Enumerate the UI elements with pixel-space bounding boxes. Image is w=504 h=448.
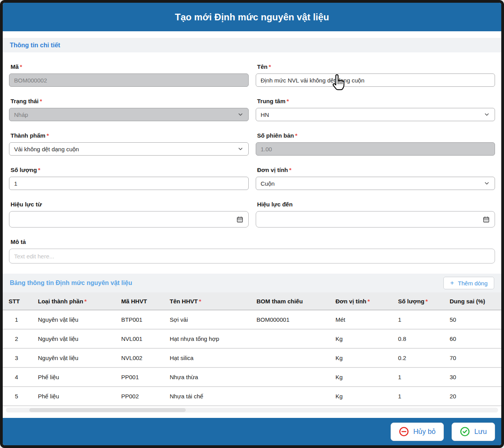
col-don-vi-tinh: Đơn vị tính* <box>330 292 393 310</box>
required-marker: * <box>269 63 271 70</box>
save-label: Lưu <box>474 428 487 436</box>
modal-title: Tạo mới Định mức nguyên vật liệu <box>175 12 329 23</box>
so-phien-ban-label: Số phiên bản* <box>257 132 495 139</box>
cell-stt: 4 <box>3 367 32 387</box>
field-thanh-pham: Thành phẩm* Vải không dệt dạng cuộn <box>9 121 249 156</box>
cell-loai-thanh-phan: Phế liệu <box>32 387 116 406</box>
hieu-luc-tu-label: Hiệu lực từ <box>11 201 249 208</box>
cancel-button[interactable]: Hủy bỏ <box>391 423 444 441</box>
field-hieu-luc-den: Hiệu lực đến <box>256 190 495 228</box>
horizontal-scrollbar[interactable] <box>6 408 498 412</box>
cell-stt: 3 <box>3 348 32 367</box>
hieu-luc-tu-datepicker[interactable] <box>9 211 249 228</box>
cell-ten-hhvt: Nhựa tái chế <box>164 387 251 406</box>
cell-ten-hhvt: Nhựa thừa <box>164 367 251 387</box>
don-vi-tinh-value: Cuộn <box>261 180 275 187</box>
thanh-pham-label: Thành phẩm* <box>11 132 249 139</box>
cell-loai-thanh-phan: Nguyên vật liệu <box>32 310 116 329</box>
col-so-luong: Số lượng* <box>393 292 444 310</box>
col-ten-hhvt: Tên HHVT* <box>164 292 251 310</box>
table-row[interactable]: 1 Nguyên vật liệu BTP001 Sợi vải BOM0000… <box>3 310 501 329</box>
cell-stt: 1 <box>3 310 32 329</box>
field-so-luong: Số lượng* <box>9 156 249 190</box>
required-marker: * <box>368 298 370 305</box>
thanh-pham-select[interactable]: Vải không dệt dạng cuộn <box>9 142 249 156</box>
mo-ta-input[interactable] <box>9 249 495 263</box>
modal-footer: Hủy bỏ Lưu <box>3 418 501 445</box>
col-ma-hhvt: Mã HHVT <box>116 292 164 310</box>
required-marker: * <box>84 298 87 305</box>
hieu-luc-den-datepicker[interactable] <box>256 211 495 228</box>
cell-stt: 2 <box>3 329 32 348</box>
calendar-icon[interactable] <box>482 216 490 223</box>
trung-tam-select[interactable]: HN <box>256 108 495 121</box>
required-marker: * <box>425 298 428 305</box>
table-header-row: STT Loại thành phần* Mã HHVT Tên HHVT* B… <box>3 292 501 310</box>
ma-input[interactable] <box>9 73 249 87</box>
scrollbar-thumb[interactable] <box>29 408 186 412</box>
calendar-icon[interactable] <box>236 216 244 223</box>
cell-so-luong: 1 <box>393 310 444 329</box>
trang-thai-select[interactable]: Nháp <box>9 108 249 121</box>
table-row[interactable]: 5 Phế liệu PP002 Nhựa tái chế Kg 1 20 <box>3 387 501 406</box>
create-bom-modal: Tạo mới Định mức nguyên vật liệu Thông t… <box>0 0 504 448</box>
ten-label: Tên* <box>257 63 495 70</box>
plus-icon: + <box>450 279 454 287</box>
add-row-label: Thêm dòng <box>458 280 488 287</box>
don-vi-tinh-select[interactable]: Cuộn <box>256 177 495 190</box>
don-vi-tinh-label: Đơn vị tính* <box>257 167 495 173</box>
col-stt: STT <box>3 292 32 310</box>
required-marker: * <box>289 167 292 173</box>
required-marker: * <box>47 132 49 139</box>
ten-input[interactable] <box>256 73 495 87</box>
section-details-title: Thông tin chi tiết <box>10 42 60 49</box>
cancel-label: Hủy bỏ <box>413 428 436 436</box>
cell-bom-tham-chieu <box>251 329 330 348</box>
cell-ma-hhvt: PP001 <box>116 367 164 387</box>
cell-dung-sai: 70 <box>444 348 501 367</box>
add-row-button[interactable]: + Thêm dòng <box>443 277 494 289</box>
col-loai-thanh-phan: Loại thành phần* <box>32 292 116 310</box>
field-so-phien-ban: Số phiên bản* <box>256 121 495 156</box>
cell-stt: 5 <box>3 387 32 406</box>
cell-don-vi-tinh: Kg <box>330 367 393 387</box>
cell-ten-hhvt: Hạt silica <box>164 348 251 367</box>
cell-so-luong: 1 <box>393 367 444 387</box>
required-marker: * <box>295 132 298 139</box>
minus-circle-icon <box>399 426 409 437</box>
section-bom-table-title: Bảng thông tin Định mức nguyên vật liệu <box>10 280 132 287</box>
table-row[interactable]: 2 Nguyên vật liệu NVL001 Hạt nhựa tổng h… <box>3 329 501 348</box>
bom-table: STT Loại thành phần* Mã HHVT Tên HHVT* B… <box>3 292 501 406</box>
table-row[interactable]: 4 Phế liệu PP001 Nhựa thừa Kg 1 30 <box>3 367 501 387</box>
so-luong-label: Số lượng* <box>11 167 249 173</box>
chevron-down-icon <box>484 111 490 118</box>
so-luong-input[interactable] <box>9 177 249 190</box>
cell-don-vi-tinh: Kg <box>330 329 393 348</box>
cell-dung-sai: 30 <box>444 367 501 387</box>
col-dung-sai: Dung sai (%) <box>444 292 501 310</box>
cell-ma-hhvt: NVL002 <box>116 348 164 367</box>
cell-bom-tham-chieu <box>251 348 330 367</box>
modal-titlebar: Tạo mới Định mức nguyên vật liệu <box>3 3 501 31</box>
required-marker: * <box>20 63 22 70</box>
cell-bom-tham-chieu: BOM000001 <box>251 310 330 329</box>
cell-loai-thanh-phan: Phế liệu <box>32 367 116 387</box>
cell-bom-tham-chieu <box>251 387 330 406</box>
ma-label: Mã* <box>11 63 249 70</box>
cell-so-luong: 0.2 <box>393 348 444 367</box>
cell-ten-hhvt: Hạt nhựa tổng hợp <box>164 329 251 348</box>
cell-ten-hhvt: Sợi vải <box>164 310 251 329</box>
save-button[interactable]: Lưu <box>452 423 495 441</box>
cell-ma-hhvt: NVL001 <box>116 329 164 348</box>
trang-thai-value: Nháp <box>14 111 28 118</box>
field-mo-ta: Mô tả <box>9 228 495 263</box>
thanh-pham-value: Vải không dệt dạng cuộn <box>14 146 79 152</box>
cell-ma-hhvt: PP002 <box>116 387 164 406</box>
table-row[interactable]: 3 Nguyên vật liệu NVL002 Hạt silica Kg 0… <box>3 348 501 367</box>
cell-don-vi-tinh: Mét <box>330 310 393 329</box>
cell-so-luong: 0.8 <box>393 329 444 348</box>
mo-ta-label: Mô tả <box>11 238 495 245</box>
so-phien-ban-input[interactable] <box>256 142 495 156</box>
field-trang-thai: Trạng thái* Nháp <box>9 87 249 121</box>
cell-don-vi-tinh: Kg <box>330 387 393 406</box>
